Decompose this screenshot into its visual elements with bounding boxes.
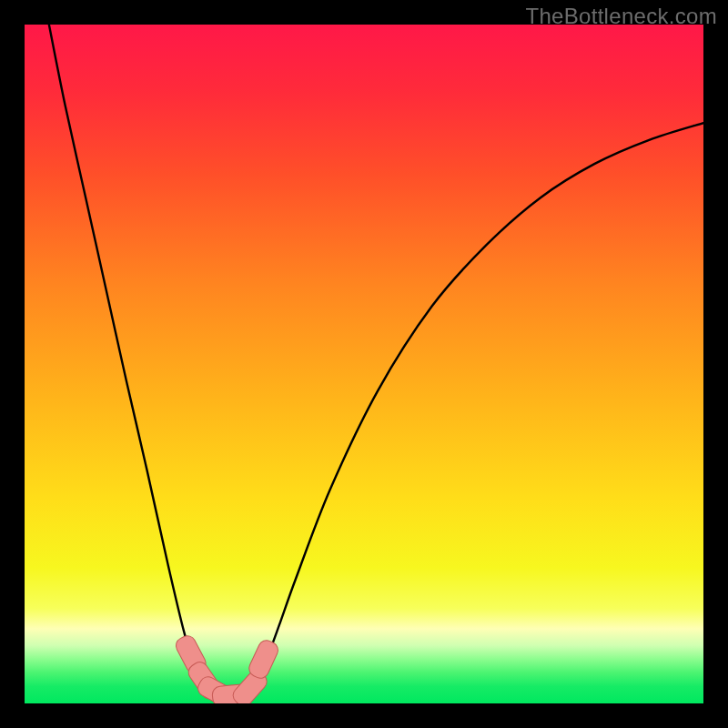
plot-area bbox=[25, 25, 703, 703]
gradient-rect bbox=[25, 25, 703, 703]
chart-frame: TheBottleneck.com bbox=[0, 0, 728, 728]
chart-svg bbox=[25, 25, 703, 703]
